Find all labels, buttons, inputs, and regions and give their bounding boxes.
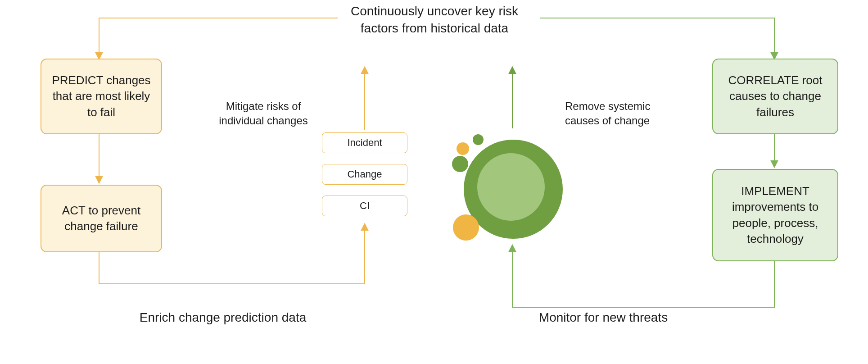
monitor-label: Monitor for new threats	[522, 309, 684, 326]
circle-inner	[477, 153, 545, 221]
correlate-text: CORRELATE root causes to change failures	[722, 73, 828, 120]
correlate-box: CORRELATE root causes to change failures	[712, 59, 838, 134]
predict-text: PREDICT changes that are most likely to …	[50, 73, 152, 120]
enrich-label: Enrich change prediction data	[126, 309, 320, 326]
act-box: ACT to prevent change failure	[41, 185, 162, 252]
stack-incident-text: Incident	[347, 137, 382, 149]
act-text: ACT to prevent change failure	[50, 203, 152, 234]
diagram-stage: Continuously uncover key risk factors fr…	[0, 0, 868, 364]
circle-cluster-icon	[450, 126, 567, 243]
circle-green-medium	[452, 156, 468, 172]
stack-ci-text: CI	[360, 200, 370, 212]
circle-yellow-small	[457, 142, 469, 155]
circle-yellow-big	[453, 214, 479, 241]
predict-box: PREDICT changes that are most likely to …	[41, 59, 162, 134]
circle-green-small	[473, 134, 484, 145]
stack-incident: Incident	[322, 132, 407, 153]
stack-change-text: Change	[347, 168, 382, 180]
top-label: Continuously uncover key risk factors fr…	[270, 3, 599, 37]
remove-systemic-label: Remove systemic causes of change	[565, 99, 678, 128]
implement-text: IMPLEMENT improvements to people, proces…	[722, 183, 828, 246]
implement-box: IMPLEMENT improvements to people, proces…	[712, 169, 838, 261]
mitigate-label: Mitigate risks of individual changes	[207, 99, 320, 128]
stack-ci: CI	[322, 196, 407, 216]
stack-change: Change	[322, 164, 407, 185]
